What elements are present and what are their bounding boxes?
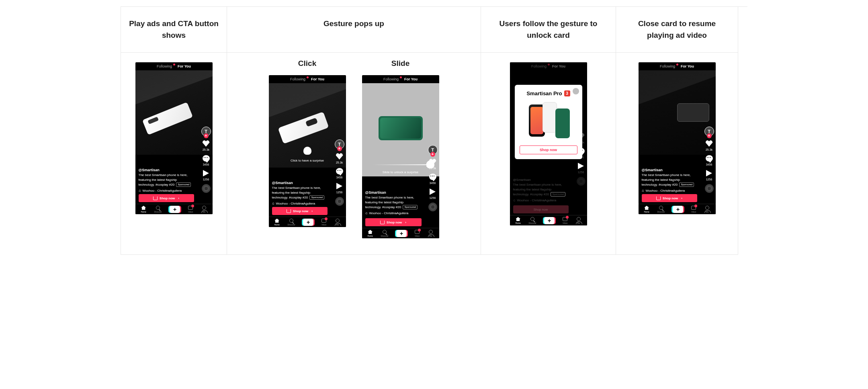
tab-following[interactable]: Following [290, 77, 305, 81]
share-button[interactable]: 1256 [705, 169, 713, 181]
bottom-nav: Home Discover + Inbox Me [135, 204, 213, 214]
share-button[interactable]: 1256 [429, 188, 437, 199]
nav-home[interactable]: Home [367, 229, 373, 237]
profile-avatar-button[interactable]: T [428, 145, 438, 155]
person-icon [202, 206, 206, 210]
nav-inbox[interactable]: Inbox [691, 205, 696, 213]
gesture-slide-column: Slide FollowingFor You Slide to unlock a… [362, 59, 439, 238]
comment-button[interactable]: 3456 [336, 167, 344, 179]
caption-username[interactable]: @Smartisan [139, 168, 194, 173]
music-disc-icon[interactable] [335, 197, 344, 206]
unlock-card: Smartisan Pro3 Shop now [515, 85, 582, 159]
phone-mock-unlocked: FollowingFor You 25.3k 3456 1256 @Smarti… [510, 62, 587, 225]
share-button[interactable]: 1256 [336, 182, 344, 194]
nav-create-button[interactable]: + [170, 206, 180, 213]
music-disc-icon[interactable] [428, 203, 437, 211]
nav-discover[interactable]: Discover [154, 205, 162, 213]
inbox-badge-icon [191, 205, 194, 207]
nav-create-button[interactable]: + [396, 230, 407, 237]
tab-for-you[interactable]: For You [178, 64, 191, 68]
search-icon [156, 206, 160, 210]
shop-now-button[interactable]: Shop now [365, 218, 422, 226]
like-button[interactable]: 25.3k [202, 139, 210, 151]
nav-me[interactable]: Me [576, 217, 581, 224]
card-shop-now-button[interactable]: Shop now [520, 145, 577, 154]
share-button[interactable]: 1256 [202, 169, 210, 181]
nav-home[interactable]: Home [274, 218, 280, 226]
product-phone-render [278, 112, 329, 144]
header-step1: Play ads and CTA button shows [121, 7, 227, 53]
close-card-button[interactable] [573, 88, 579, 94]
tab-following[interactable]: Following [157, 64, 172, 68]
nav-me[interactable]: Me [335, 218, 340, 226]
hand-pointer-icon [303, 147, 311, 155]
nav-home[interactable]: Home [141, 205, 146, 213]
like-button[interactable]: 25.3k [336, 152, 344, 164]
gesture-slide-title: Slide [391, 59, 409, 68]
home-icon [141, 206, 146, 210]
video-caption: @Smartisan The best Smartisan phone is h… [139, 168, 194, 194]
profile-avatar-button[interactable]: T [704, 127, 714, 136]
gesture-click-column: Click FollowingFor You Click to have a s… [269, 59, 346, 238]
caption-username[interactable]: @Smartisan [642, 168, 697, 173]
nav-discover[interactable]: Discover [381, 229, 388, 237]
comment-button[interactable]: 3456 [202, 154, 210, 166]
slide-arrow-icon [373, 164, 429, 165]
nav-create-button[interactable]: + [303, 219, 313, 226]
caption-username[interactable]: @Smartisan [365, 190, 421, 196]
tab-for-you[interactable]: For You [404, 77, 418, 81]
comment-button[interactable]: 3456 [429, 173, 437, 184]
steps-table: Play ads and CTA button shows Gesture po… [121, 6, 747, 255]
shop-now-button[interactable]: Shop now [139, 194, 194, 202]
nav-create-button[interactable]: + [673, 206, 683, 213]
nav-inbox[interactable]: Inbox [188, 205, 193, 213]
nav-me[interactable]: Me [704, 205, 710, 213]
nav-inbox[interactable]: Inbox [562, 217, 568, 224]
nav-discover[interactable]: Discover [287, 218, 295, 226]
like-button[interactable]: 25.3k [429, 158, 437, 170]
nav-home[interactable]: Home [515, 217, 521, 224]
product-phone-render [142, 102, 192, 135]
share-icon [203, 170, 209, 176]
music-disc-icon[interactable] [705, 184, 714, 193]
caption-username[interactable]: @Smartisan [272, 180, 328, 186]
product-phone-render [379, 116, 423, 140]
cell-step2: Click FollowingFor You Click to have a s… [227, 53, 481, 255]
nav-me[interactable]: Me [428, 229, 434, 237]
nav-inbox[interactable]: Inbox [414, 229, 420, 237]
nav-discover[interactable]: Discover [528, 217, 536, 224]
phone-mock-resume: FollowingFor You T 25.3k 3456 1256 @Smar… [639, 62, 716, 214]
card-title: Smartisan Pro3 [526, 90, 570, 96]
cell-step4: FollowingFor You T 25.3k 3456 1256 @Smar… [616, 53, 738, 255]
tab-following[interactable]: Following [383, 77, 399, 81]
card-product-image [526, 100, 571, 141]
shop-now-button[interactable]: Shop now [642, 194, 697, 202]
tab-for-you[interactable]: For You [311, 77, 324, 81]
nav-create-button[interactable]: + [544, 217, 555, 224]
shop-now-button[interactable]: Shop now [272, 207, 328, 215]
phone-mock-click: FollowingFor You Click to have a surpris… [269, 75, 346, 227]
gesture-click-title: Click [298, 59, 316, 68]
music-label[interactable]: Woohoo - ChristinaAguilera [139, 188, 194, 193]
nav-me[interactable]: Me [201, 205, 207, 213]
shop-now-button-dimmed: Shop now [513, 205, 569, 213]
nav-home[interactable]: Home [644, 205, 649, 213]
nav-discover[interactable]: Discover [657, 205, 665, 213]
header-step4: Close card to resume playing ad video [616, 7, 738, 53]
tab-for-you[interactable]: For You [681, 64, 694, 68]
sponsored-badge: Sponsored [176, 182, 191, 187]
like-button[interactable]: 25.3k [705, 139, 713, 151]
profile-avatar-button[interactable]: T [201, 127, 211, 136]
right-rail: T 25.3k 3456 1256 [201, 127, 211, 193]
comment-button[interactable]: 3456 [705, 154, 713, 166]
phone-mock-step1: Following For You T 25.3k 3456 1256 @Sma… [135, 62, 213, 214]
profile-avatar-button[interactable]: T [335, 139, 344, 149]
nav-inbox[interactable]: Inbox [321, 218, 327, 226]
caption-dimmed: @Smartisan The best Smartisan phone is h… [513, 178, 569, 203]
heart-icon [203, 140, 210, 147]
feed-tabs: Following For You [135, 62, 213, 70]
tab-following[interactable]: Following [660, 64, 675, 68]
product-phone-render [677, 103, 709, 122]
music-disc-icon[interactable] [202, 184, 211, 193]
comment-icon [203, 155, 210, 162]
